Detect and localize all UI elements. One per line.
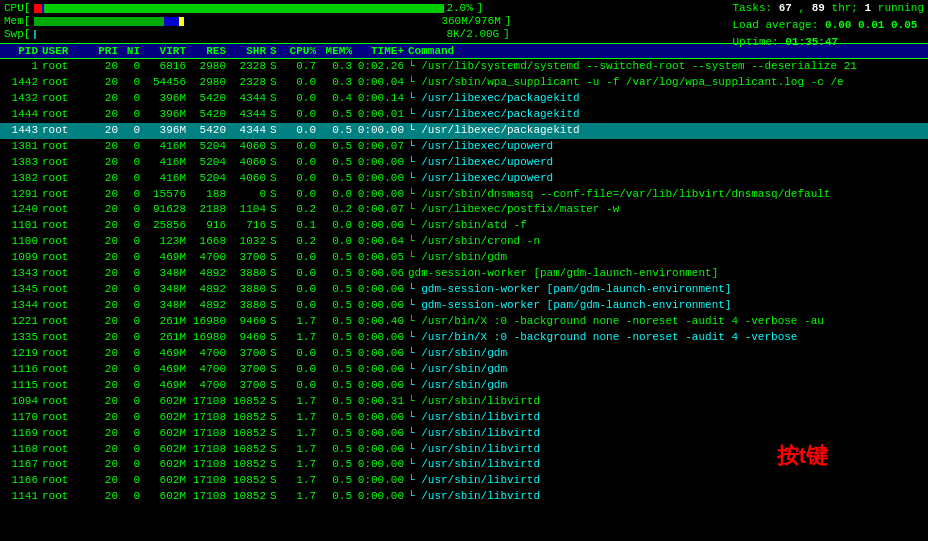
mem-cell: 0.0	[320, 234, 356, 250]
mem-cell: 0.5	[320, 107, 356, 123]
ni-cell: 0	[122, 489, 144, 505]
cpu-cell: 1.7	[284, 410, 320, 426]
res-cell: 4892	[190, 282, 230, 298]
cpu-cell: 1.7	[284, 442, 320, 458]
table-row[interactable]: 1442 root 20 0 54456 2980 2328 S 0.0 0.3…	[0, 75, 928, 91]
res-cell: 4700	[190, 378, 230, 394]
mem-cell: 0.5	[320, 314, 356, 330]
table-row[interactable]: 1383 root 20 0 416M 5204 4060 S 0.0 0.5 …	[0, 155, 928, 171]
shr-cell: 10852	[230, 410, 270, 426]
mem-cell: 0.5	[320, 346, 356, 362]
table-row[interactable]: 1 root 20 0 6816 2980 2328 S 0.7 0.3 0:0…	[0, 59, 928, 75]
shr-cell: 10852	[230, 489, 270, 505]
table-row[interactable]: 1166 root 20 0 602M 17108 10852 S 1.7 0.…	[0, 473, 928, 489]
cpu-cell: 1.7	[284, 314, 320, 330]
shr-cell: 3880	[230, 282, 270, 298]
table-row[interactable]: 1170 root 20 0 602M 17108 10852 S 1.7 0.…	[0, 410, 928, 426]
s-cell: S	[270, 457, 284, 473]
mem-cell: 0.5	[320, 426, 356, 442]
pid-cell: 1343	[4, 266, 42, 282]
table-row[interactable]: 1432 root 20 0 396M 5420 4344 S 0.0 0.4 …	[0, 91, 928, 107]
virt-cell: 261M	[144, 314, 190, 330]
shr-cell: 3700	[230, 346, 270, 362]
cpu-cell: 0.0	[284, 139, 320, 155]
pri-cell: 20	[94, 314, 122, 330]
pid-cell: 1141	[4, 489, 42, 505]
time-cell: 0:00.64	[356, 234, 408, 250]
table-row[interactable]: 1169 root 20 0 602M 17108 10852 S 1.7 0.…	[0, 426, 928, 442]
table-row[interactable]: 1101 root 20 0 25856 916 716 S 0.1 0.0 0…	[0, 218, 928, 234]
pid-cell: 1240	[4, 202, 42, 218]
swp-bar-end: ]	[503, 28, 510, 40]
cpu-cell: 1.7	[284, 457, 320, 473]
user-cell: root	[42, 489, 94, 505]
table-row[interactable]: 1343 root 20 0 348M 4892 3880 S 0.0 0.5 …	[0, 266, 928, 282]
table-row[interactable]: 1444 root 20 0 396M 5420 4344 S 0.0 0.5 …	[0, 107, 928, 123]
time-cell: 0:00.00	[356, 171, 408, 187]
table-row[interactable]: 1344 root 20 0 348M 4892 3880 S 0.0 0.5 …	[0, 298, 928, 314]
ni-cell: 0	[122, 442, 144, 458]
pid-cell: 1381	[4, 139, 42, 155]
table-row[interactable]: 1240 root 20 0 91628 2188 1104 S 0.2 0.2…	[0, 202, 928, 218]
table-row[interactable]: 1219 root 20 0 469M 4700 3700 S 0.0 0.5 …	[0, 346, 928, 362]
user-cell: root	[42, 410, 94, 426]
s-cell: S	[270, 75, 284, 91]
cmd-cell: └ /usr/libexec/packagekitd	[408, 123, 924, 139]
mem-bar: 360M/976M	[34, 15, 500, 27]
mem-cell: 0.3	[320, 75, 356, 91]
cpu-cell: 0.0	[284, 123, 320, 139]
pri-cell: 20	[94, 473, 122, 489]
mem-value: 360M/976M	[439, 15, 500, 27]
virt-cell: 602M	[144, 473, 190, 489]
user-cell: root	[42, 346, 94, 362]
time-cell: 0:00.00	[356, 442, 408, 458]
res-cell: 5204	[190, 171, 230, 187]
pid-cell: 1382	[4, 171, 42, 187]
table-row[interactable]: 1443 root 20 0 396M 5420 4344 S 0.0 0.5 …	[0, 123, 928, 139]
table-row[interactable]: 1141 root 20 0 602M 17108 10852 S 1.7 0.…	[0, 489, 928, 505]
res-cell: 5204	[190, 155, 230, 171]
table-row[interactable]: 1100 root 20 0 123M 1668 1032 S 0.2 0.0 …	[0, 234, 928, 250]
ni-cell: 0	[122, 473, 144, 489]
table-row[interactable]: 1116 root 20 0 469M 4700 3700 S 0.0 0.5 …	[0, 362, 928, 378]
cmd-cell: └ /usr/bin/X :0 -background none -norese…	[408, 314, 924, 330]
user-cell: root	[42, 139, 94, 155]
ni-cell: 0	[122, 330, 144, 346]
virt-cell: 54456	[144, 75, 190, 91]
virt-cell: 6816	[144, 59, 190, 75]
shr-cell: 10852	[230, 457, 270, 473]
table-row[interactable]: 1115 root 20 0 469M 4700 3700 S 0.0 0.5 …	[0, 378, 928, 394]
virt-cell: 261M	[144, 330, 190, 346]
cmd-cell: └ /usr/sbin/dnsmasq --conf-file=/var/lib…	[408, 187, 924, 203]
s-cell: S	[270, 298, 284, 314]
pri-cell: 20	[94, 298, 122, 314]
table-row[interactable]: 1221 root 20 0 261M 16980 9460 S 1.7 0.5…	[0, 314, 928, 330]
shr-cell: 10852	[230, 394, 270, 410]
table-row[interactable]: 1381 root 20 0 416M 5204 4060 S 0.0 0.5 …	[0, 139, 928, 155]
cpu-cell: 0.0	[284, 282, 320, 298]
pid-cell: 1170	[4, 410, 42, 426]
col-header-res: RES	[190, 45, 230, 57]
table-row[interactable]: 1335 root 20 0 261M 16980 9460 S 1.7 0.5…	[0, 330, 928, 346]
cpu-cell: 1.7	[284, 473, 320, 489]
table-row[interactable]: 1382 root 20 0 416M 5204 4060 S 0.0 0.5 …	[0, 171, 928, 187]
table-row[interactable]: 1345 root 20 0 348M 4892 3880 S 0.0 0.5 …	[0, 282, 928, 298]
table-row[interactable]: 1099 root 20 0 469M 4700 3700 S 0.0 0.5 …	[0, 250, 928, 266]
s-cell: S	[270, 473, 284, 489]
col-header-virt: VIRT	[144, 45, 190, 57]
shr-cell: 4344	[230, 91, 270, 107]
user-cell: root	[42, 218, 94, 234]
pri-cell: 20	[94, 282, 122, 298]
virt-cell: 416M	[144, 155, 190, 171]
cmd-cell: gdm-session-worker [pam/gdm-launch-envir…	[408, 266, 924, 282]
table-row[interactable]: 1291 root 20 0 15576 188 0 S 0.0 0.0 0:0…	[0, 187, 928, 203]
col-header-shr: SHR	[230, 45, 270, 57]
table-row[interactable]: 1094 root 20 0 602M 17108 10852 S 1.7 0.…	[0, 394, 928, 410]
ni-cell: 0	[122, 298, 144, 314]
pri-cell: 20	[94, 155, 122, 171]
mem-line: Mem[ 360M/976M ]	[4, 15, 618, 27]
pri-cell: 20	[94, 330, 122, 346]
top-header: CPU[ 2.0% ] Mem[ 360M/976M ] Swp[ 8K/2.0…	[0, 0, 928, 43]
s-cell: S	[270, 410, 284, 426]
user-cell: root	[42, 330, 94, 346]
